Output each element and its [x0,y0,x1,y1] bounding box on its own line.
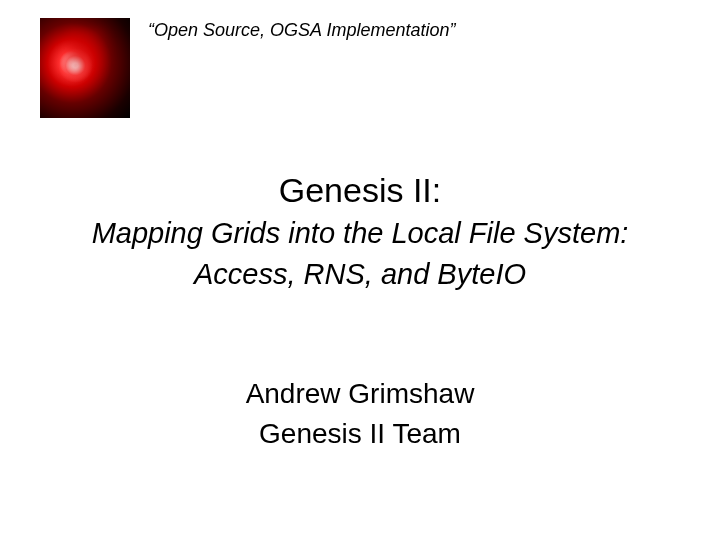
author-team: Genesis II Team [0,414,720,453]
tagline-text: “Open Source, OGSA Implementation” [148,20,455,41]
author-name: Andrew Grimshaw [0,374,720,413]
logo-image [40,18,130,118]
author-block: Andrew Grimshaw Genesis II Team [0,374,720,452]
title-block: Genesis II: Mapping Grids into the Local… [0,168,720,294]
title-subtitle-line2: Access, RNS, and ByteIO [40,255,680,294]
title-main: Genesis II: [40,168,680,212]
header-row: “Open Source, OGSA Implementation” [0,0,720,118]
title-subtitle-line1: Mapping Grids into the Local File System… [40,214,680,253]
